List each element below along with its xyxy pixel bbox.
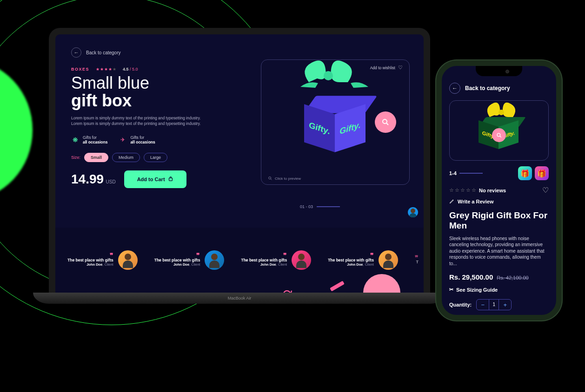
svg-line-8 xyxy=(500,136,501,137)
bag-icon xyxy=(168,176,173,183)
back-button[interactable]: ← xyxy=(449,83,460,94)
size-option-small[interactable]: Small xyxy=(84,153,108,162)
quote-icon: ❞ xyxy=(154,254,200,257)
phone-mockup: ← Back to category Gifty. Gifty. 1-4 xyxy=(436,60,562,320)
write-review-link[interactable]: Write a Review xyxy=(449,198,549,205)
scissors-icon: ✂ xyxy=(449,287,453,293)
testimonials-row: ❞ The best place with gifts John Doe, Cl… xyxy=(55,228,424,293)
thumbnail-2[interactable]: 🎁 xyxy=(535,166,549,180)
rating-value: 4.5 / 5.0 xyxy=(123,67,138,72)
quote-icon: ❞ xyxy=(328,254,374,257)
avatar xyxy=(292,250,311,270)
rating-stars: ★★★★★ xyxy=(96,67,116,72)
balloon-icon: ❋ xyxy=(71,136,80,144)
testimonial-card: ❞ The best place with gifts John Doe, Cl… xyxy=(241,236,311,284)
zoom-button[interactable] xyxy=(375,111,396,133)
avatar xyxy=(118,250,138,270)
heart-icon[interactable]: ♡ xyxy=(542,186,549,195)
svg-point-2 xyxy=(383,119,387,124)
avatar xyxy=(379,250,398,270)
svg-point-6 xyxy=(499,110,504,115)
quote-icon: ❞ xyxy=(415,256,419,260)
svg-line-5 xyxy=(271,179,272,180)
heart-icon[interactable]: ♡ xyxy=(398,65,403,71)
product-title: Grey Rigid Gift Box For Men xyxy=(449,210,549,231)
quantity-minus[interactable]: − xyxy=(477,300,489,310)
testimonial-card: ❞ T xyxy=(415,236,419,284)
size-label: Size: xyxy=(71,155,80,160)
product-description: Lorem Ipsum is simply dummy text of the … xyxy=(71,115,211,127)
product-preview: Gifty. Gifty. xyxy=(449,100,549,161)
svg-point-1 xyxy=(324,71,333,80)
arrow-decoration: ↷ xyxy=(279,285,296,293)
product-preview: Add to wishlist ♡ Gifty. Gifty. xyxy=(261,59,410,185)
testimonial-card: ❞ The best place with gifts John Doe, Cl… xyxy=(154,236,225,284)
price: 14.99 USD xyxy=(71,172,116,187)
size-option-large[interactable]: Large xyxy=(144,153,167,162)
back-button[interactable]: ← xyxy=(71,47,81,58)
quote-icon: ❞ xyxy=(67,254,113,257)
quantity-plus[interactable]: + xyxy=(499,300,511,310)
svg-point-7 xyxy=(497,133,500,137)
zoom-button[interactable] xyxy=(492,128,506,142)
image-counter: 1-4 xyxy=(449,170,483,176)
click-to-preview[interactable]: Click to preview xyxy=(268,176,301,181)
category-label: BOXES xyxy=(71,67,89,72)
quantity-label: Quantity: xyxy=(449,302,472,307)
testimonial-card: ❞ The best place with gifts John Doe, Cl… xyxy=(67,236,138,284)
svg-line-3 xyxy=(386,123,388,125)
rating-stars: ☆☆☆☆☆ No reviews xyxy=(449,187,506,193)
thumbnail-1[interactable]: 🎁 xyxy=(518,166,532,180)
back-label[interactable]: Back to category xyxy=(86,50,120,55)
svg-point-4 xyxy=(269,177,271,179)
avatar xyxy=(205,250,224,270)
quote-icon: ❞ xyxy=(241,254,287,257)
product-description: Sleek wireless head phones with noise ca… xyxy=(449,235,549,267)
phone-notch xyxy=(476,66,522,76)
gift-image: Gifty. Gifty. xyxy=(282,77,389,156)
back-label[interactable]: Back to category xyxy=(465,85,510,91)
image-counter: 01 - 03 xyxy=(300,204,340,209)
add-to-cart-button[interactable]: Add to Cart xyxy=(124,170,186,188)
svg-rect-0 xyxy=(169,178,172,181)
size-option-medium[interactable]: Medium xyxy=(112,153,140,162)
plane-icon: ✈ xyxy=(119,136,127,144)
pencil-icon xyxy=(449,198,455,205)
sizing-guide-link[interactable]: ✂ See Sizing Guide xyxy=(449,287,549,293)
quantity-value: 1 xyxy=(489,300,499,310)
quantity-stepper: − 1 + xyxy=(476,299,512,310)
device-label: MacBook Air xyxy=(228,296,252,301)
price: Rs. 29,500.00 xyxy=(449,273,493,281)
laptop-mockup: ← Back to category BOXES ★★★★★ 4.5 / 5.0… xyxy=(49,28,430,304)
tiny-avatar xyxy=(408,207,418,217)
wishlist-label[interactable]: Add to wishlist xyxy=(370,65,395,70)
old-price: Rs. 42,100.00 xyxy=(497,275,529,281)
